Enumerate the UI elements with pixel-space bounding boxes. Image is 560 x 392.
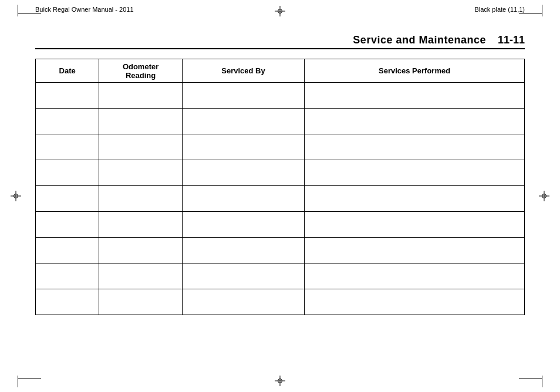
corner-mark-tl-h — [18, 13, 41, 13]
cell-date — [36, 109, 99, 134]
col-header-date: Date — [36, 59, 99, 83]
cell-serviced-by — [182, 263, 304, 289]
corner-mark-br-h — [519, 379, 542, 379]
cell-date — [36, 289, 99, 315]
corner-mark-bl-h — [18, 379, 41, 379]
cell-date — [36, 160, 99, 186]
header-left: Buick Regal Owner Manual - 2011 — [35, 6, 134, 13]
cell-services-performed — [305, 212, 525, 238]
corner-mark-br-v — [542, 376, 542, 387]
table-row — [36, 160, 525, 186]
table-row — [36, 263, 525, 289]
cell-services-performed — [305, 289, 525, 315]
cell-odometer — [99, 238, 183, 263]
cell-services-performed — [305, 238, 525, 263]
cell-serviced-by — [182, 289, 304, 315]
corner-mark-bl-v — [18, 376, 18, 387]
cell-date — [36, 212, 99, 238]
table-row — [36, 134, 525, 160]
cell-services-performed — [305, 263, 525, 289]
cell-serviced-by — [182, 134, 304, 160]
cell-serviced-by — [182, 238, 304, 263]
cell-date — [36, 186, 99, 212]
col-header-odometer: OdometerReading — [99, 59, 183, 83]
header-right: Black plate (11,1) — [474, 6, 525, 13]
service-table: Date OdometerReading Serviced By Service… — [35, 59, 525, 315]
table-row — [36, 289, 525, 315]
table-row — [36, 238, 525, 263]
cell-date — [36, 263, 99, 289]
cell-odometer — [99, 109, 183, 134]
corner-mark-tl-v — [18, 5, 18, 16]
cell-serviced-by — [182, 186, 304, 212]
cell-odometer — [99, 212, 183, 238]
cell-date — [36, 134, 99, 160]
table-row — [36, 212, 525, 238]
crosshair-right — [539, 191, 549, 201]
cell-date — [36, 83, 99, 109]
cell-serviced-by — [182, 212, 304, 238]
corner-mark-tr-v — [542, 5, 542, 16]
col-header-services-performed: Services Performed — [305, 59, 525, 83]
cell-odometer — [99, 83, 183, 109]
col-header-serviced-by: Serviced By — [182, 59, 304, 83]
cell-date — [36, 238, 99, 263]
cell-serviced-by — [182, 83, 304, 109]
cell-odometer — [99, 263, 183, 289]
page-header: Buick Regal Owner Manual - 2011 Black pl… — [35, 6, 525, 13]
cell-services-performed — [305, 134, 525, 160]
cell-odometer — [99, 186, 183, 212]
corner-mark-tr-h — [519, 13, 542, 13]
cell-services-performed — [305, 160, 525, 186]
cell-odometer — [99, 134, 183, 160]
cell-serviced-by — [182, 109, 304, 134]
cell-services-performed — [305, 109, 525, 134]
section-page-number: 11-11 — [498, 34, 525, 46]
cell-odometer — [99, 160, 183, 186]
cell-services-performed — [305, 186, 525, 212]
crosshair-left — [11, 191, 21, 201]
section-heading-bar: Service and Maintenance 11-11 — [35, 34, 525, 49]
table-row — [36, 109, 525, 134]
cell-services-performed — [305, 83, 525, 109]
crosshair-bottom — [275, 376, 285, 386]
table-row — [36, 83, 525, 109]
table-header-row: Date OdometerReading Serviced By Service… — [36, 59, 525, 83]
cell-odometer — [99, 289, 183, 315]
content-area: Date OdometerReading Serviced By Service… — [35, 59, 525, 345]
table-row — [36, 186, 525, 212]
cell-serviced-by — [182, 160, 304, 186]
section-title: Service and Maintenance — [353, 34, 486, 46]
